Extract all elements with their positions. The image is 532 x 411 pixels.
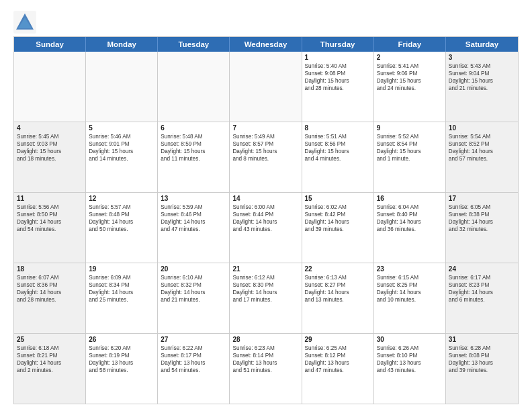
calendar-header-cell: Monday	[86, 37, 158, 52]
cell-text: Sunrise: 6:10 AMSunset: 8:32 PMDaylight:…	[161, 274, 226, 304]
calendar-cell: 1Sunrise: 5:40 AMSunset: 9:08 PMDaylight…	[302, 52, 374, 122]
logo-icon	[13, 11, 32, 30]
calendar-cell: 21Sunrise: 6:12 AMSunset: 8:30 PMDayligh…	[230, 263, 302, 333]
day-number: 9	[377, 124, 443, 132]
logo	[13, 11, 35, 30]
calendar-header-cell: Tuesday	[158, 37, 230, 52]
calendar-cell: 8Sunrise: 5:51 AMSunset: 8:56 PMDaylight…	[302, 122, 374, 192]
calendar-week: 1Sunrise: 5:40 AMSunset: 9:08 PMDaylight…	[14, 52, 518, 122]
calendar-cell: 18Sunrise: 6:07 AMSunset: 8:36 PMDayligh…	[14, 263, 86, 333]
cell-text: Sunrise: 5:51 AMSunset: 8:56 PMDaylight:…	[305, 133, 371, 163]
day-number: 13	[161, 195, 226, 202]
cell-text: Sunrise: 6:20 AMSunset: 8:19 PMDaylight:…	[89, 345, 154, 374]
calendar-cell: 26Sunrise: 6:20 AMSunset: 8:19 PMDayligh…	[86, 334, 158, 404]
calendar-cell: 23Sunrise: 6:15 AMSunset: 8:25 PMDayligh…	[374, 263, 446, 333]
calendar-cell: 20Sunrise: 6:10 AMSunset: 8:32 PMDayligh…	[158, 263, 230, 333]
cell-text: Sunrise: 6:05 AMSunset: 8:38 PMDaylight:…	[449, 203, 515, 233]
page: SundayMondayTuesdayWednesdayThursdayFrid…	[0, 0, 532, 411]
day-number: 18	[17, 265, 83, 273]
day-number: 19	[89, 265, 154, 273]
day-number: 21	[232, 265, 298, 273]
calendar-header-cell: Saturday	[446, 37, 518, 52]
cell-text: Sunrise: 6:17 AMSunset: 8:23 PMDaylight:…	[449, 274, 515, 304]
calendar-cell: 15Sunrise: 6:02 AMSunset: 8:42 PMDayligh…	[302, 193, 374, 263]
calendar-cell: 24Sunrise: 6:17 AMSunset: 8:23 PMDayligh…	[446, 263, 518, 333]
day-number: 27	[161, 336, 226, 343]
day-number: 30	[377, 336, 443, 343]
cell-text: Sunrise: 6:15 AMSunset: 8:25 PMDaylight:…	[377, 274, 443, 304]
cell-text: Sunrise: 6:09 AMSunset: 8:34 PMDaylight:…	[89, 274, 154, 304]
calendar-cell: 7Sunrise: 5:49 AMSunset: 8:57 PMDaylight…	[230, 122, 302, 192]
cell-text: Sunrise: 6:00 AMSunset: 8:44 PMDaylight:…	[232, 203, 298, 233]
calendar-cell: 5Sunrise: 5:46 AMSunset: 9:01 PMDaylight…	[86, 122, 158, 192]
calendar-cell	[158, 52, 230, 122]
calendar-cell: 13Sunrise: 5:59 AMSunset: 8:46 PMDayligh…	[158, 193, 230, 263]
cell-text: Sunrise: 6:12 AMSunset: 8:30 PMDaylight:…	[232, 274, 298, 304]
calendar-cell: 12Sunrise: 5:57 AMSunset: 8:48 PMDayligh…	[86, 193, 158, 263]
calendar-cell: 30Sunrise: 6:26 AMSunset: 8:10 PMDayligh…	[374, 334, 446, 404]
cell-text: Sunrise: 5:57 AMSunset: 8:48 PMDaylight:…	[89, 203, 154, 233]
day-number: 23	[377, 265, 443, 273]
day-number: 8	[305, 124, 371, 132]
cell-text: Sunrise: 5:48 AMSunset: 8:59 PMDaylight:…	[161, 133, 226, 163]
calendar-cell: 25Sunrise: 6:18 AMSunset: 8:21 PMDayligh…	[14, 334, 86, 404]
day-number: 29	[305, 336, 371, 343]
calendar-cell: 2Sunrise: 5:41 AMSunset: 9:06 PMDaylight…	[374, 52, 446, 122]
calendar-week: 11Sunrise: 5:56 AMSunset: 8:50 PMDayligh…	[14, 193, 518, 263]
calendar-header: SundayMondayTuesdayWednesdayThursdayFrid…	[14, 37, 518, 52]
day-number: 10	[449, 124, 515, 132]
day-number: 20	[161, 265, 226, 273]
calendar-body: 1Sunrise: 5:40 AMSunset: 9:08 PMDaylight…	[14, 52, 518, 404]
day-number: 6	[161, 124, 226, 132]
cell-text: Sunrise: 6:18 AMSunset: 8:21 PMDaylight:…	[17, 345, 83, 374]
header	[13, 11, 519, 30]
cell-text: Sunrise: 5:40 AMSunset: 9:08 PMDaylight:…	[305, 62, 371, 92]
day-number: 16	[377, 195, 443, 202]
calendar-cell: 17Sunrise: 6:05 AMSunset: 8:38 PMDayligh…	[446, 193, 518, 263]
calendar-cell: 3Sunrise: 5:43 AMSunset: 9:04 PMDaylight…	[446, 52, 518, 122]
day-number: 28	[232, 336, 298, 343]
day-number: 11	[17, 195, 83, 202]
cell-text: Sunrise: 6:26 AMSunset: 8:10 PMDaylight:…	[377, 345, 443, 374]
calendar-header-cell: Friday	[374, 37, 446, 52]
cell-text: Sunrise: 5:49 AMSunset: 8:57 PMDaylight:…	[232, 133, 298, 163]
cell-text: Sunrise: 5:56 AMSunset: 8:50 PMDaylight:…	[17, 203, 83, 233]
cell-text: Sunrise: 5:52 AMSunset: 8:54 PMDaylight:…	[377, 133, 443, 163]
cell-text: Sunrise: 5:41 AMSunset: 9:06 PMDaylight:…	[377, 62, 443, 92]
calendar-cell: 9Sunrise: 5:52 AMSunset: 8:54 PMDaylight…	[374, 122, 446, 192]
cell-text: Sunrise: 5:59 AMSunset: 8:46 PMDaylight:…	[161, 203, 226, 233]
day-number: 14	[232, 195, 298, 202]
cell-text: Sunrise: 5:45 AMSunset: 9:03 PMDaylight:…	[17, 133, 83, 163]
cell-text: Sunrise: 6:13 AMSunset: 8:27 PMDaylight:…	[305, 274, 371, 304]
cell-text: Sunrise: 5:43 AMSunset: 9:04 PMDaylight:…	[449, 62, 515, 92]
calendar-cell: 31Sunrise: 6:28 AMSunset: 8:08 PMDayligh…	[446, 334, 518, 404]
calendar-cell: 28Sunrise: 6:23 AMSunset: 8:14 PMDayligh…	[230, 334, 302, 404]
cell-text: Sunrise: 6:28 AMSunset: 8:08 PMDaylight:…	[449, 345, 515, 374]
day-number: 17	[449, 195, 515, 202]
day-number: 3	[449, 54, 515, 61]
calendar-cell: 27Sunrise: 6:22 AMSunset: 8:17 PMDayligh…	[158, 334, 230, 404]
calendar: SundayMondayTuesdayWednesdayThursdayFrid…	[13, 36, 519, 404]
calendar-cell: 22Sunrise: 6:13 AMSunset: 8:27 PMDayligh…	[302, 263, 374, 333]
cell-text: Sunrise: 5:54 AMSunset: 8:52 PMDaylight:…	[449, 133, 515, 163]
calendar-cell: 19Sunrise: 6:09 AMSunset: 8:34 PMDayligh…	[86, 263, 158, 333]
calendar-week: 25Sunrise: 6:18 AMSunset: 8:21 PMDayligh…	[14, 334, 518, 404]
day-number: 24	[449, 265, 515, 273]
calendar-cell: 10Sunrise: 5:54 AMSunset: 8:52 PMDayligh…	[446, 122, 518, 192]
cell-text: Sunrise: 6:07 AMSunset: 8:36 PMDaylight:…	[17, 274, 83, 304]
cell-text: Sunrise: 6:02 AMSunset: 8:42 PMDaylight:…	[305, 203, 371, 233]
calendar-cell: 14Sunrise: 6:00 AMSunset: 8:44 PMDayligh…	[230, 193, 302, 263]
calendar-cell: 16Sunrise: 6:04 AMSunset: 8:40 PMDayligh…	[374, 193, 446, 263]
calendar-header-cell: Wednesday	[230, 37, 302, 52]
calendar-header-cell: Sunday	[14, 37, 86, 52]
day-number: 4	[17, 124, 83, 132]
calendar-week: 4Sunrise: 5:45 AMSunset: 9:03 PMDaylight…	[14, 122, 518, 193]
day-number: 15	[305, 195, 371, 202]
calendar-header-cell: Thursday	[302, 37, 374, 52]
day-number: 25	[17, 336, 83, 343]
day-number: 7	[232, 124, 298, 132]
calendar-cell: 29Sunrise: 6:25 AMSunset: 8:12 PMDayligh…	[302, 334, 374, 404]
cell-text: Sunrise: 6:25 AMSunset: 8:12 PMDaylight:…	[305, 345, 371, 374]
calendar-cell	[230, 52, 302, 122]
calendar-cell	[86, 52, 158, 122]
